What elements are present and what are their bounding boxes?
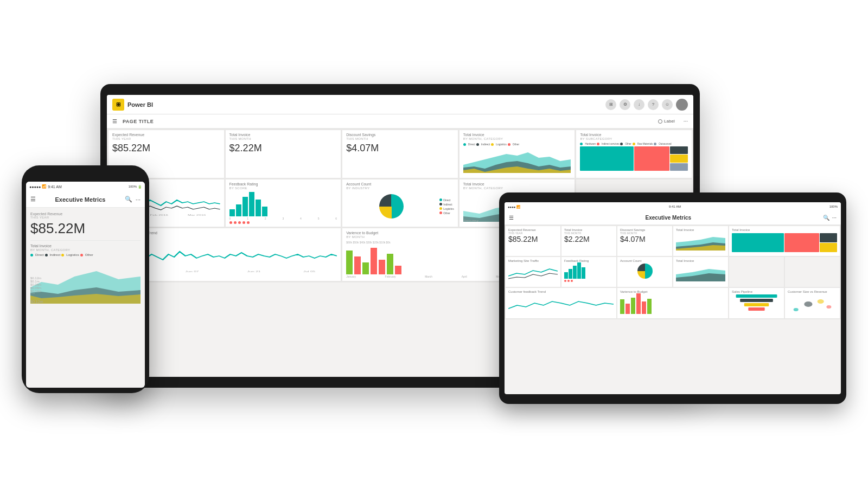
ts-dashboard-grid: Expected Revenue THIS YEAR $85.22M Total… <box>505 225 841 319</box>
ts-app-title: Executive Metrics <box>514 215 823 221</box>
bar-chart-fr <box>229 192 337 216</box>
label-text: Label <box>664 119 675 124</box>
user-avatar[interactable] <box>676 99 688 111</box>
svg-rect-24 <box>736 294 777 298</box>
phone-time: 9:41 AM <box>48 185 62 189</box>
phone-signal: ●●●●● 📶 9:41 AM <box>29 184 62 189</box>
ts-kpi-total-invoice[interactable]: Total Invoice THIS MONTH $2.22M <box>561 226 616 256</box>
tablet-small-device: ●●●● 📶 9:41 AM 100% ☰ Executive Metrics … <box>499 192 846 404</box>
ts-area-invoice <box>676 262 725 281</box>
chart-sub-tim: BY MONTH, CATEGORY <box>463 187 571 190</box>
kpi-sub-2: THIS MONTH <box>229 137 337 140</box>
svg-text:Jun 21: Jun 21 <box>247 270 261 272</box>
chart-sub-ac: BY INDUSTRY <box>346 187 454 190</box>
divider <box>30 240 141 241</box>
phone-more-icon[interactable]: ··· <box>136 196 141 203</box>
phone-battery: 100% <box>129 185 137 188</box>
download-icon[interactable]: ↓ <box>634 99 644 110</box>
ts-kpi-discount-savings[interactable]: Discount Savings THIS MONTH $4.07M <box>617 226 672 256</box>
svg-text:$0.12m: $0.12m <box>30 300 43 304</box>
ts-search-icon[interactable]: 🔍 <box>823 215 829 221</box>
ts-marketing-traffic[interactable]: Marketing Site Traffic <box>506 257 560 287</box>
phone-battery-area: 100% 🔋 <box>129 185 142 189</box>
svg-text:January: January <box>463 219 479 222</box>
ts-customer-trend[interactable]: Customer feedback Trend <box>506 288 616 318</box>
chart-sub-5: BY SUBCATEGORY <box>580 137 688 140</box>
phone-kpi-value: $85.22M <box>30 220 141 237</box>
chart-sub-fr: BY SCORE <box>229 187 337 190</box>
grid-icon[interactable]: ⊞ <box>605 99 616 110</box>
ts-treemap <box>732 233 837 252</box>
phone-status-bar: ●●●●● 📶 9:41 AM 100% 🔋 <box>26 182 145 191</box>
kpi-sub-1: THIS YEAR <box>112 137 220 140</box>
kpi-value-3: $4.07M <box>346 143 454 154</box>
ts-topbar: ☰ Executive Metrics 🔍 ··· <box>505 211 841 225</box>
chart-legend-5: Hardware Indirect services Other Raw Mat… <box>580 143 688 145</box>
kpi-total-invoice[interactable]: Total Invoice THIS MONTH $2.22M <box>226 130 341 178</box>
phone-kpi-sublabel: THIS YEAR <box>30 216 141 219</box>
svg-point-29 <box>804 301 812 307</box>
total-invoice-area-chart[interactable]: Total Invoice BY MONTH, CATEGORY Direct … <box>459 130 575 178</box>
svg-rect-27 <box>748 307 764 311</box>
pie-legend-ac: Direct Indirect Logistics Other <box>439 198 454 215</box>
ts-bar-fr <box>564 262 614 279</box>
chart-title-tim: Total Invoice <box>463 182 571 186</box>
ts-feedback-rating[interactable]: Feedback Rating <box>561 257 616 287</box>
more-options-icon[interactable]: ··· <box>684 118 688 124</box>
kpi-value-2: $2.22M <box>229 143 337 154</box>
help-icon[interactable]: ? <box>648 99 659 110</box>
label-circle-icon <box>658 119 662 124</box>
dot-row-fr <box>229 221 337 224</box>
phone-section-title: Total Invoice <box>30 244 141 248</box>
ts-customer-size[interactable]: Customer Size vs Revenue <box>785 288 840 318</box>
kpi-title-2: Total Invoice <box>229 133 337 137</box>
chart-sub-4: BY MONTH, CATEGORY <box>463 137 571 140</box>
pie-chart-ac <box>379 194 404 219</box>
ts-area-chart <box>676 232 725 251</box>
phone-device: ●●●●● 📶 9:41 AM 100% 🔋 ☰ Executive Metri… <box>22 165 149 393</box>
kpi-value-1: $85.22M <box>112 143 220 154</box>
page-title: PAGE TITLE <box>123 119 154 124</box>
svg-point-30 <box>818 299 824 304</box>
ts-spacer-r2b <box>785 257 840 287</box>
share-icon[interactable]: ☺ <box>662 99 673 110</box>
ts-funnel <box>732 293 781 314</box>
ts-more-icon[interactable]: ··· <box>832 215 837 221</box>
phone-topbar: ☰ Executive Metrics 🔍 ··· <box>26 191 145 208</box>
hamburger-icon[interactable]: ☰ <box>112 118 117 124</box>
phone-legend: Direct Indirect Logistics Other <box>30 253 141 256</box>
kpi-discount-savings[interactable]: Discount Savings THIS MONTH $4.07M <box>342 130 458 178</box>
kpi-sub-3: THIS MONTH <box>346 137 454 140</box>
ts-signal: ●●●● 📶 <box>508 205 520 209</box>
svg-rect-25 <box>740 299 773 302</box>
chart-title-ac: Account Count <box>346 182 454 186</box>
phone-section-sub: BY MONTH, CATEGORY <box>30 248 141 252</box>
ts-account-count[interactable]: Account Count <box>617 257 672 287</box>
ts-sales-pipeline[interactable]: Sales Pipeline <box>729 288 784 318</box>
account-count-content: Direct Indirect Logistics Other <box>346 192 454 221</box>
settings-icon[interactable]: ⚙ <box>620 99 630 110</box>
phone-hamburger-icon[interactable]: ☰ <box>30 196 36 203</box>
topbar-icons: ⊞ ⚙ ↓ ? ☺ <box>605 99 688 111</box>
scene: ⊞ Power BI ⊞ ⚙ ↓ ? ☺ ☰ PAGE TITLE Label <box>0 0 868 488</box>
label-button[interactable]: Label <box>658 119 675 124</box>
chart-title-4: Total Invoice <box>463 133 571 137</box>
svg-text:Feb 2016: Feb 2016 <box>150 214 169 216</box>
bar-labels-fr: 0123456 <box>229 217 337 220</box>
total-invoice-subcategory[interactable]: Total Invoice BY SUBCATEGORY Hardware In… <box>576 130 692 178</box>
ts-status-bar: ●●●● 📶 9:41 AM 100% <box>505 202 841 211</box>
svg-rect-26 <box>744 303 769 306</box>
ts-total-invoice-stacked[interactable]: Total Invoice <box>729 226 840 256</box>
ts-kpi-expected-revenue[interactable]: Expected Revenue THIS YEAR $85.22M <box>506 226 560 256</box>
account-count[interactable]: Account Count BY INDUSTRY Direct Indirec… <box>342 179 458 227</box>
tablet-small-screen: ●●●● 📶 9:41 AM 100% ☰ Executive Metrics … <box>505 202 841 394</box>
ts-total-invoice-area[interactable]: Total Invoice <box>673 226 728 256</box>
phone-search-icon[interactable]: 🔍 <box>125 196 132 203</box>
ts-dot-row <box>564 280 614 282</box>
ts-hamburger-icon[interactable]: ☰ <box>509 215 514 221</box>
ts-variance-budget[interactable]: Varience to Budget <box>617 288 728 318</box>
phone-yaxis: $0.12m $0.1m $0.08m $0.06m $0.04m <box>30 277 41 293</box>
phone-content: Expected Revenue THIS YEAR $85.22M Total… <box>26 208 145 310</box>
ts-total-invoice-line[interactable]: Total Invoice <box>673 257 728 287</box>
feedback-rating[interactable]: Feedback Rating BY SCORE 0123456 <box>226 179 341 227</box>
